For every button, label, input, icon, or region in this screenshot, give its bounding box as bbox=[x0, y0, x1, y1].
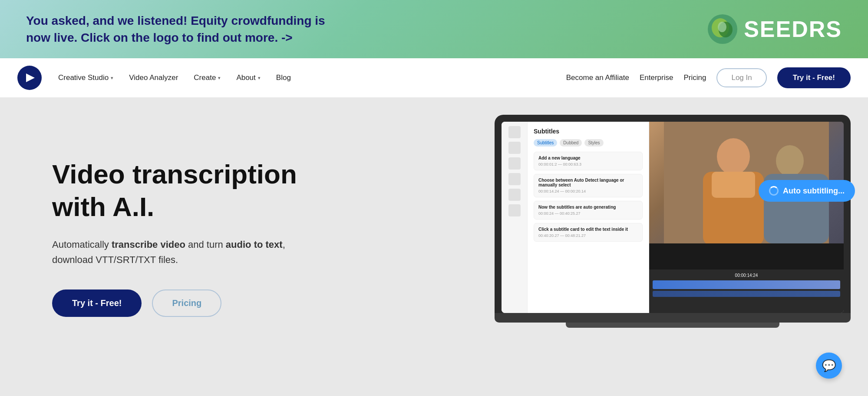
panel-item-2: Choose between Auto Detect language or m… bbox=[534, 174, 643, 197]
try-free-nav-button[interactable]: Try it - Free! bbox=[777, 67, 851, 88]
panel-item-1: Add a new language 00:00:01:2 — 00:00:63… bbox=[534, 152, 643, 170]
panel-tabs: Subtitles Dubbed Styles bbox=[534, 139, 643, 146]
nav-create[interactable]: Create ▾ bbox=[186, 58, 228, 97]
hero-left-content: Video transcription with A.I. Automatica… bbox=[52, 141, 356, 316]
subtitle-part2: and turn bbox=[185, 239, 226, 250]
sidebar-icon-2 bbox=[508, 142, 521, 154]
hero-section: Video transcription with A.I. Automatica… bbox=[0, 97, 868, 396]
sidebar-icon-3 bbox=[508, 157, 521, 170]
screen-panel: Subtitles Subtitles Dubbed Styles Add a … bbox=[528, 122, 649, 313]
screen-sidebar bbox=[502, 122, 528, 313]
banner-text[interactable]: You asked, and we listened! Equity crowd… bbox=[26, 12, 330, 46]
panel-item-2-time: 00:00:14.24 — 00:00:20.14 bbox=[538, 189, 638, 193]
timeline-bar-1 bbox=[653, 280, 840, 289]
announcement-banner: You asked, and we listened! Equity crowd… bbox=[0, 0, 868, 58]
spinner-icon bbox=[769, 186, 779, 196]
panel-tab-subtitles[interactable]: Subtitles bbox=[534, 139, 557, 146]
timeline-bar-2 bbox=[653, 291, 840, 297]
logo-play-button[interactable] bbox=[17, 66, 42, 90]
main-navbar: Creative Studio ▾ Video Analyzer Create … bbox=[0, 58, 868, 97]
login-button[interactable]: Log In bbox=[716, 68, 766, 87]
chat-icon: 💬 bbox=[822, 359, 836, 373]
laptop-screen: Subtitles Subtitles Dubbed Styles Add a … bbox=[502, 122, 844, 313]
seedrs-logo[interactable]: SEEDRS bbox=[707, 14, 842, 44]
panel-tab-styles[interactable]: Styles bbox=[584, 139, 603, 146]
play-icon bbox=[26, 73, 35, 82]
panel-item-1-time: 00:00:01:2 — 00:00:63.3 bbox=[538, 162, 638, 166]
nav-right-section: Become an Affiliate Enterprise Pricing L… bbox=[566, 67, 851, 88]
video-timeline: 00:00:14:24 bbox=[649, 270, 844, 313]
panel-item-4-time: 00:40:20.27 — 00:48:21.27 bbox=[538, 233, 638, 238]
chevron-down-icon: ▾ bbox=[218, 75, 221, 81]
auto-subtitling-badge: Auto subtitling... bbox=[759, 180, 855, 202]
chat-button[interactable]: 💬 bbox=[816, 353, 842, 379]
sidebar-icon-6 bbox=[508, 204, 521, 216]
sidebar-icon-5 bbox=[508, 189, 521, 201]
nav-items: Creative Studio ▾ Video Analyzer Create … bbox=[50, 58, 566, 97]
svg-rect-7 bbox=[712, 172, 755, 198]
nav-pricing[interactable]: Pricing bbox=[683, 73, 706, 82]
panel-item-1-title: Add a new language bbox=[538, 156, 638, 160]
screen-content: Subtitles Subtitles Dubbed Styles Add a … bbox=[502, 122, 844, 313]
seedrs-logo-icon bbox=[707, 14, 738, 44]
laptop-mockup: Subtitles Subtitles Dubbed Styles Add a … bbox=[495, 115, 851, 328]
nav-become-affiliate[interactable]: Become an Affiliate bbox=[566, 73, 629, 82]
panel-title: Subtitles bbox=[534, 128, 643, 135]
laptop-base bbox=[495, 313, 851, 323]
nav-blog[interactable]: Blog bbox=[268, 58, 299, 97]
nav-creative-studio[interactable]: Creative Studio ▾ bbox=[50, 58, 121, 97]
auto-subtitling-label: Auto subtitling... bbox=[783, 186, 845, 196]
svg-point-5 bbox=[717, 138, 750, 175]
nav-about[interactable]: About ▾ bbox=[228, 58, 268, 97]
subtitle-bold1: transcribe video bbox=[112, 239, 185, 250]
panel-item-4-title: Click a subtitle card to edit the text i… bbox=[538, 227, 638, 232]
nav-video-analyzer[interactable]: Video Analyzer bbox=[121, 58, 186, 97]
nav-enterprise[interactable]: Enterprise bbox=[640, 73, 673, 82]
screen-video: ← Export bbox=[649, 122, 844, 313]
panel-item-3-time: 00:00:24 — 00:40:25.27 bbox=[538, 211, 638, 216]
timeline-time: 00:00:14:24 bbox=[653, 273, 840, 278]
panel-item-4: Click a subtitle card to edit the text i… bbox=[534, 223, 643, 242]
chevron-down-icon: ▾ bbox=[258, 75, 261, 81]
sidebar-icon-1 bbox=[508, 126, 521, 138]
sidebar-icon-4 bbox=[508, 173, 521, 185]
chevron-down-icon: ▾ bbox=[111, 75, 113, 81]
svg-point-3 bbox=[718, 22, 726, 32]
seedrs-logo-text: SEEDRS bbox=[744, 16, 842, 42]
laptop-foot bbox=[566, 323, 779, 328]
panel-tab-dubbed[interactable]: Dubbed bbox=[560, 139, 582, 146]
try-free-hero-button[interactable]: Try it - Free! bbox=[52, 290, 142, 317]
hero-actions: Try it - Free! Pricing bbox=[52, 290, 356, 317]
hero-title: Video transcription with A.I. bbox=[52, 158, 356, 223]
subtitle-part1: Automatically bbox=[52, 239, 112, 250]
subtitle-bold2: audio to text bbox=[226, 239, 283, 250]
svg-point-8 bbox=[776, 145, 804, 176]
pricing-hero-button[interactable]: Pricing bbox=[152, 290, 221, 317]
panel-item-3-title: Now the subtitles are auto generating bbox=[538, 205, 638, 210]
panel-item-3: Now the subtitles are auto generating 00… bbox=[534, 201, 643, 220]
panel-item-2-title: Choose between Auto Detect language or m… bbox=[538, 178, 638, 187]
laptop-outer: Subtitles Subtitles Dubbed Styles Add a … bbox=[495, 115, 851, 313]
hero-subtitle: Automatically transcribe video and turn … bbox=[52, 237, 304, 267]
